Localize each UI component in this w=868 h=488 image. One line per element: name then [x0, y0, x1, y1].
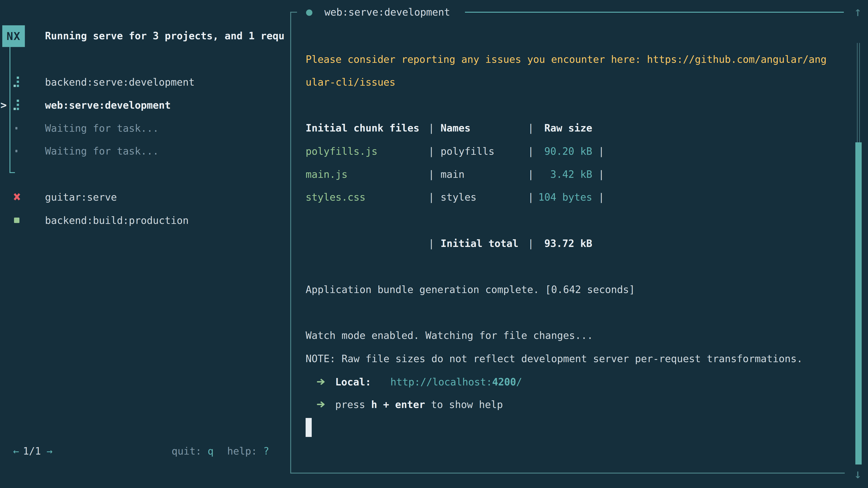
task-row-backend-build[interactable]: backend:build:production: [0, 209, 287, 232]
task-row-web-serve[interactable]: > web:serve:development: [0, 94, 287, 117]
task-label: backend:serve:development: [45, 76, 195, 88]
chunk-size: 104 bytes: [534, 191, 592, 203]
table-header-row: Initial chunk files | Names | Raw size: [306, 116, 592, 139]
page-prev-arrow[interactable]: ←: [13, 445, 19, 457]
local-label: Local:: [335, 376, 371, 388]
panel-border-left: [290, 12, 291, 474]
chunk-size: 90.20 kB: [534, 145, 592, 157]
table-total-row: | Initial total | 93.72 kB: [306, 232, 592, 255]
bundle-complete-line: Application bundle generation complete. …: [306, 278, 635, 301]
scroll-down-icon[interactable]: ↓: [854, 467, 862, 481]
task-label: backend:build:production: [45, 215, 189, 226]
sidebar-header: Running serve for 3 projects, and 1 requ: [45, 24, 291, 47]
pipe-separator: |: [598, 191, 604, 203]
local-url-line: Local: http://localhost:4200/: [306, 370, 522, 393]
task-label: guitar:serve: [45, 191, 117, 203]
press-help-line: press h + enter to show help: [306, 393, 503, 416]
chunk-file: styles.css: [306, 191, 428, 203]
error-x-icon: [13, 191, 21, 203]
quit-label: quit:: [172, 445, 202, 457]
pipe-separator: |: [428, 238, 434, 249]
panel-border-bottom: [290, 473, 845, 474]
pipe-separator: |: [528, 238, 534, 249]
chunk-name: polyfills: [434, 145, 528, 157]
pipe-separator: |: [528, 122, 534, 134]
task-row-waiting-1[interactable]: Waiting for task...: [0, 117, 287, 140]
pipe-separator: |: [428, 122, 434, 134]
running-dot-icon: [306, 9, 312, 16]
arrow-right-icon: [317, 379, 327, 385]
arrow-right-icon: [317, 401, 327, 408]
pipe-separator: |: [598, 145, 604, 157]
pipe-separator: |: [428, 191, 434, 203]
success-square-icon: [14, 218, 20, 223]
col-names: Names: [434, 122, 528, 134]
pipe-separator: |: [528, 191, 534, 203]
warning-line-1: Please consider reporting any issues you…: [306, 48, 827, 71]
table-row: styles.css | styles | 104 bytes |: [306, 186, 604, 208]
press-prefix: press: [335, 399, 371, 410]
scroll-up-icon[interactable]: ↑: [854, 5, 862, 19]
waiting-dot-icon: [16, 150, 18, 152]
task-row-waiting-2[interactable]: Waiting for task...: [0, 139, 287, 162]
keyboard-hints: quit: q help: ?: [172, 440, 269, 462]
chunk-name: styles: [434, 191, 528, 203]
spinner-icon: [13, 76, 20, 88]
spinner-icon: [13, 100, 20, 110]
pipe-separator: |: [598, 168, 604, 180]
quit-key: q: [208, 445, 214, 457]
table-row: polyfills.js | polyfills | 90.20 kB |: [306, 140, 604, 163]
task-label: Waiting for task...: [45, 123, 159, 134]
chunk-file: polyfills.js: [306, 145, 428, 157]
task-row-backend-serve[interactable]: backend:serve:development: [0, 70, 287, 94]
pipe-separator: |: [528, 145, 534, 157]
table-row: main.js | main | 3.42 kB |: [306, 163, 604, 186]
pipe-separator: |: [528, 168, 534, 180]
col-raw-size: Raw size: [534, 122, 592, 134]
scrollbar-thumb[interactable]: [855, 142, 862, 464]
pipe-separator: |: [428, 145, 434, 157]
task-group-bracket-end: [9, 172, 15, 173]
help-key: ?: [263, 445, 269, 457]
task-label: web:serve:development: [45, 99, 170, 111]
total-size: 93.72 kB: [534, 238, 592, 249]
total-label: Initial total: [434, 238, 528, 249]
terminal-cursor: [306, 418, 312, 437]
task-label: Waiting for task...: [45, 145, 159, 157]
press-suffix: to show help: [425, 399, 503, 410]
task-row-guitar-serve[interactable]: guitar:serve: [0, 186, 287, 208]
waiting-dot-icon: [16, 127, 18, 129]
panel-title-rule: [465, 12, 844, 13]
panel-title: web:serve:development: [324, 1, 450, 24]
page-next-arrow[interactable]: →: [46, 445, 53, 457]
chunk-file: main.js: [306, 168, 428, 180]
chunk-size: 3.42 kB: [534, 168, 592, 180]
note-line: NOTE: Raw file sizes do not reflect deve…: [306, 347, 803, 370]
page-indicator: 1/1: [23, 445, 41, 457]
help-label: help:: [227, 445, 257, 457]
warning-line-2: ular-cli/issues: [306, 70, 395, 94]
selected-chevron-icon: >: [0, 99, 7, 111]
pagination: ← 1/1 →: [13, 440, 53, 462]
nx-logo: NX: [2, 25, 25, 47]
col-initial-chunk-files: Initial chunk files: [306, 122, 428, 134]
panel-border-top-stub: [290, 12, 297, 13]
press-keys: h + enter: [371, 399, 425, 410]
local-url[interactable]: http://localhost:4200/: [391, 376, 522, 388]
chunk-name: main: [434, 168, 528, 180]
watch-mode-line: Watch mode enabled. Watching for file ch…: [306, 324, 593, 347]
pipe-separator: |: [428, 168, 434, 180]
